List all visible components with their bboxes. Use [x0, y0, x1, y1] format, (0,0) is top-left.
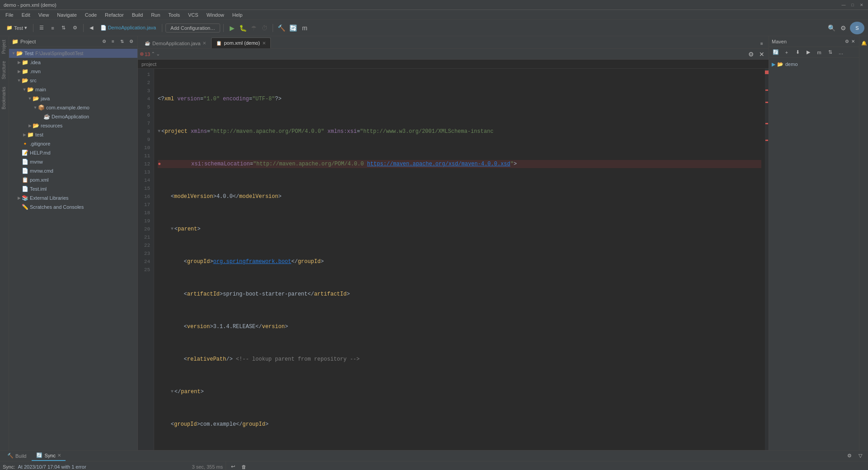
maven-expand-icon[interactable]: ⇅: [825, 47, 835, 57]
maven-close-icon[interactable]: ✕: [850, 38, 856, 45]
menu-refactor[interactable]: Refactor: [101, 11, 127, 19]
code-eq-2b: =: [357, 127, 360, 136]
resources-folder-icon: 📂: [33, 122, 39, 129]
maven-header: Maven ⚙ ✕: [769, 36, 859, 47]
tree-item-extlibs[interactable]: ▶ 📚 External Libraries: [9, 193, 137, 202]
maven-download-icon[interactable]: ⬇: [793, 47, 802, 57]
tree-item-resources[interactable]: ▶ 📂 resources: [9, 121, 137, 130]
tree-item-testiml[interactable]: 📄 Test.iml: [9, 184, 137, 193]
list-icon-btn[interactable]: ≡: [48, 23, 57, 33]
code-content[interactable]: <?xml version="1.0" encoding="UTF-8"?> ▼…: [154, 69, 765, 450]
maven-refresh-icon[interactable]: 🔄: [771, 47, 781, 57]
maven-settings-icon[interactable]: ⚙: [844, 38, 850, 45]
tree-item-idea[interactable]: ▶ 📁 .idea: [9, 58, 137, 67]
code-url-3[interactable]: https://maven.apache.org/xsd/maven-4.0.0…: [367, 160, 510, 168]
project-collapse-icon[interactable]: ≡: [109, 38, 117, 45]
code-indent-11: <: [158, 420, 174, 428]
maven-button[interactable]: m: [300, 23, 310, 33]
error-nav-next[interactable]: ⌄: [156, 51, 160, 57]
menu-help[interactable]: Help: [229, 11, 246, 19]
tree-item-mvnwcmd[interactable]: 📄 mvnw.cmd: [9, 166, 137, 175]
bottom-settings-icon[interactable]: ⚙: [844, 451, 854, 461]
tree-item-java[interactable]: ▼ 📂 java: [9, 94, 137, 103]
menu-view[interactable]: View: [35, 11, 53, 19]
menu-edit[interactable]: Edit: [18, 11, 34, 19]
error-nav-prev[interactable]: ⌃: [151, 51, 155, 57]
bottom-tab-build[interactable]: 🔨 Build: [3, 451, 31, 461]
menu-build[interactable]: Build: [128, 11, 146, 19]
project-selector[interactable]: 📁 Test ▾: [4, 23, 30, 33]
menu-navigate[interactable]: Navigate: [53, 11, 80, 19]
tree-item-root[interactable]: ▼ 📂 Test F:\Java\SpringBoot\Test: [9, 49, 137, 58]
run-config-file[interactable]: 📄 DemoApplication.java: [98, 23, 159, 33]
fold-icon-10[interactable]: ▼: [171, 388, 174, 396]
tree-item-main[interactable]: ▼ 📂 main: [9, 85, 137, 94]
tree-item-package[interactable]: ▼ 📦 com.example.demo: [9, 103, 137, 112]
maven-add-icon[interactable]: +: [782, 47, 792, 57]
tab-demoapplication[interactable]: ☕ DemoApplication.java ✕: [140, 38, 211, 48]
bookmarks-vertical-tab[interactable]: Bookmarks: [0, 83, 9, 113]
fold-icon-5[interactable]: ▼: [171, 225, 174, 233]
tree-item-mvn[interactable]: ▶ 📁 .mvn: [9, 67, 137, 76]
menu-window[interactable]: Window: [203, 11, 228, 19]
more-tabs-icon[interactable]: ≡: [757, 38, 767, 48]
build-button[interactable]: 🔨: [276, 23, 286, 33]
tab-pomxml[interactable]: 📋 pom.xml (demo) ✕: [211, 38, 270, 48]
tree-item-pomxml[interactable]: 📋 pom.xml: [9, 175, 137, 184]
scratches-icon: ✏️: [22, 204, 28, 210]
editor-settings-icon[interactable]: ⚙: [746, 49, 756, 59]
sync-icon: 🔄: [36, 452, 42, 458]
structure-icon-btn[interactable]: ☰: [37, 23, 47, 33]
coverage-button[interactable]: ☂: [249, 23, 259, 33]
project-settings-icon[interactable]: ⚙: [100, 38, 108, 45]
sort-icon-btn[interactable]: ⇅: [59, 23, 68, 33]
add-configuration-button[interactable]: Add Configuration…: [165, 24, 220, 33]
tree-item-gitignore[interactable]: 🔸 .gitignore: [9, 139, 137, 148]
maven-more-icon[interactable]: …: [836, 47, 846, 57]
user-avatar[interactable]: S: [850, 22, 864, 34]
menu-run[interactable]: Run: [147, 11, 164, 19]
settings-icon[interactable]: ⚙: [838, 23, 848, 33]
code-clt-6: </: [291, 258, 297, 266]
structure-vertical-tab[interactable]: Structure: [0, 57, 9, 83]
project-gear-icon[interactable]: ⚙: [127, 38, 135, 45]
editor-close-icon[interactable]: ✕: [757, 49, 767, 59]
sync-tab-close[interactable]: ✕: [57, 453, 61, 458]
maximize-button[interactable]: □: [850, 2, 855, 8]
menu-vcs[interactable]: VCS: [184, 11, 202, 19]
run-config-prev[interactable]: ◀: [87, 23, 96, 33]
close-button[interactable]: ✕: [859, 2, 864, 8]
output-clear-icon[interactable]: 🗑: [239, 462, 249, 470]
bottom-hide-icon[interactable]: ▽: [855, 451, 865, 461]
run-button[interactable]: ▶: [227, 23, 237, 33]
tree-item-helpmd[interactable]: 📝 HELP.md: [9, 148, 137, 157]
search-everywhere-icon[interactable]: 🔍: [826, 23, 836, 33]
minimize-button[interactable]: —: [841, 2, 846, 8]
menu-file[interactable]: File: [2, 11, 17, 19]
code-gid-val: org.springframework.boot: [213, 258, 291, 266]
notifications-icon[interactable]: 🔔: [859, 38, 868, 48]
window-controls[interactable]: — □ ✕: [841, 2, 864, 8]
maven-item-demo[interactable]: ▶ 📂 demo: [769, 60, 859, 69]
tree-item-src[interactable]: ▼ 📂 src: [9, 76, 137, 85]
profile-button[interactable]: ⏱: [259, 23, 269, 33]
maven-toggle-icon[interactable]: m: [814, 47, 824, 57]
tree-item-test[interactable]: ▶ 📁 test: [9, 130, 137, 139]
output-wrap-icon[interactable]: ↩: [228, 462, 238, 470]
tree-item-mvnw[interactable]: 📄 mvnw: [9, 157, 137, 166]
project-expand-icon[interactable]: ⇅: [118, 38, 126, 45]
tree-item-demoapplication[interactable]: ☕ DemoApplication: [9, 112, 137, 121]
code-line-11: <groupId>com.example</groupId>: [158, 420, 761, 428]
tree-item-scratches[interactable]: ✏️ Scratches and Consoles: [9, 202, 137, 212]
gear-icon-btn[interactable]: ⚙: [70, 23, 80, 33]
menu-tools[interactable]: Tools: [165, 11, 184, 19]
project-vertical-tab[interactable]: Project: [0, 36, 9, 57]
tab-close-pomxml[interactable]: ✕: [262, 41, 266, 46]
bottom-tab-sync[interactable]: 🔄 Sync ✕: [32, 451, 65, 461]
sync-button[interactable]: 🔄: [288, 23, 298, 33]
menu-code[interactable]: Code: [81, 11, 100, 19]
debug-button[interactable]: 🐛: [238, 23, 248, 33]
fold-icon-2[interactable]: ▼: [158, 127, 160, 136]
tab-close-demoapplication[interactable]: ✕: [203, 41, 206, 46]
maven-run-icon[interactable]: ▶: [803, 47, 813, 57]
